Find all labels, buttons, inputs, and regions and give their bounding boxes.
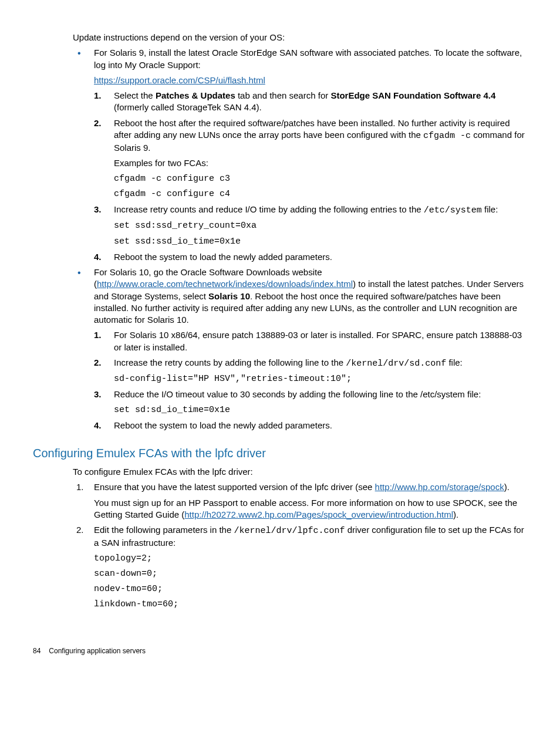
text: file: [446, 357, 463, 367]
step-number: 2. [94, 117, 110, 129]
text: tab and then search for [235, 90, 331, 100]
os-bullet-list: For Solaris 9, install the latest Oracle… [33, 47, 527, 431]
step-2: 2. Reboot the host after the required so… [94, 117, 527, 201]
solaris9-steps: 1. Select the Patches & Updates tab and … [94, 90, 527, 263]
text: For Solaris 10 x86/64, ensure patch 1388… [114, 330, 522, 352]
step-1: 1. For Solaris 10 x86/64, ensure patch 1… [94, 329, 527, 353]
text: Select the [114, 90, 156, 100]
page-number: 84 [33, 647, 41, 655]
section-heading: Configuring Emulex FCAs with the lpfc dr… [33, 445, 527, 461]
bold: Solaris 10 [208, 291, 250, 301]
step-number: 1. [94, 329, 110, 341]
text: Reboot the system to load the newly adde… [114, 420, 332, 430]
step-2: 2. Edit the following parameters in the … [73, 524, 527, 611]
text: Reboot the system to load the newly adde… [114, 252, 332, 262]
examples-label: Examples for two FCAs: [114, 157, 527, 169]
bullet-solaris10: For Solaris 10, go the Oracle Software D… [73, 266, 527, 431]
step-number: 2. [76, 524, 90, 536]
bullet-text: For Solaris 9, install the latest Oracle… [94, 48, 522, 69]
step-4: 4. Reboot the system to load the newly a… [94, 420, 527, 431]
code-block: sd-config-list="HP HSV","retries-timeout… [114, 373, 527, 385]
step-number: 3. [94, 204, 110, 215]
oracle-support-link[interactable]: https://support.oracle.com/CSP/ui/flash.… [94, 75, 265, 85]
step-4: 4. Reboot the system to load the newly a… [94, 251, 527, 263]
code-block: set sd:sd_io_time=0x1e [114, 404, 527, 416]
step-1: 1. Ensure that you have the latest suppo… [73, 481, 527, 521]
spock-guide-link[interactable]: http://h20272.www2.hp.com/Pages/spock_ov… [184, 509, 453, 519]
text: Reduce the I/O timeout value to 30 secon… [114, 389, 481, 399]
step-number: 1. [76, 481, 90, 493]
step-number: 3. [94, 389, 110, 400]
section-intro: To configure Emulex FCAs with the lpfc d… [73, 466, 527, 478]
text: Increase retry counts and reduce I/O tim… [114, 204, 424, 214]
lpfc-steps: 1. Ensure that you have the latest suppo… [33, 481, 527, 610]
text: ). [453, 509, 458, 519]
solaris10-steps: 1. For Solaris 10 x86/64, ensure patch 1… [94, 329, 527, 431]
inline-code: /etc/system [424, 205, 482, 215]
step-number: 4. [94, 420, 110, 431]
bullet-solaris9: For Solaris 9, install the latest Oracle… [73, 47, 527, 263]
code-block: topology=2; [94, 553, 527, 565]
step-3: 3. Reduce the I/O timeout value to 30 se… [94, 389, 527, 416]
code-block: cfgadm -c configure c3 [114, 173, 527, 185]
code-block: scan-down=0; [94, 568, 527, 580]
code-block: set ssd:ssd_io_time=0x1e [114, 236, 527, 248]
bold: StorEdge SAN Foundation Software 4.4 [330, 90, 495, 100]
inline-code: cfgadm -c [423, 131, 471, 141]
text: Increase the retry counts by adding the … [114, 357, 346, 367]
code-block: linkdown-tmo=60; [94, 599, 527, 610]
text: file: [482, 204, 498, 214]
step-2: 2. Increase the retry counts by adding t… [94, 357, 527, 386]
step-number: 2. [94, 357, 110, 369]
oracle-downloads-link[interactable]: http://www.oracle.com/technetwork/indexe… [97, 279, 353, 289]
footer-text: Configuring application servers [49, 647, 146, 655]
step-number: 4. [94, 251, 110, 263]
intro-text: Update instructions depend on the versio… [73, 32, 527, 43]
hp-spock-link[interactable]: http://www.hp.com/storage/spock [375, 482, 504, 492]
page-footer: 84Configuring application servers [33, 646, 527, 656]
step-1: 1. Select the Patches & Updates tab and … [94, 90, 527, 114]
step-3: 3. Increase retry counts and reduce I/O … [94, 204, 527, 248]
inline-code: /kernel/drv/lpfc.conf [234, 526, 345, 536]
inline-code: /kernel/drv/sd.conf [346, 359, 446, 369]
text: Edit the following parameters in the [94, 525, 234, 535]
step-number: 1. [94, 90, 110, 102]
code-block: set ssd:ssd_retry_count=0xa [114, 220, 527, 232]
bold: Patches & Updates [156, 90, 235, 100]
text: (formerly called StorageTek SAN 4.4). [114, 102, 262, 112]
text: ). [504, 482, 510, 492]
code-block: cfgadm -c configure c4 [114, 188, 527, 200]
code-block: nodev-tmo=60; [94, 583, 527, 595]
text: Ensure that you have the latest supporte… [94, 482, 375, 492]
